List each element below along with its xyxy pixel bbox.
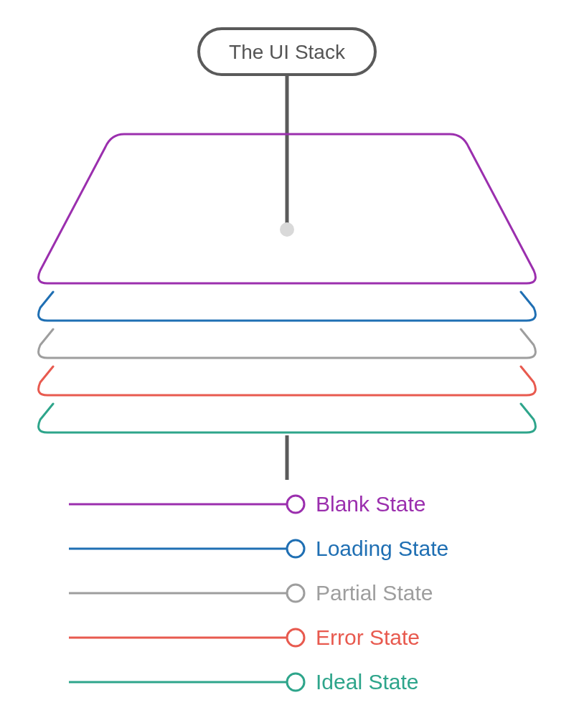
legend-marker-icon <box>287 673 304 691</box>
connector-top <box>280 75 294 237</box>
layer-error <box>39 367 536 395</box>
title-pill: The UI Stack <box>199 29 375 75</box>
legend-item-error: Error State <box>69 625 420 649</box>
legend-item-blank: Blank State <box>69 492 425 516</box>
ui-stack-diagram: The UI Stack Blank StateLoading StatePar… <box>0 0 574 728</box>
legend-label: Error State <box>316 625 420 649</box>
legend-label: Partial State <box>316 581 433 605</box>
legend-marker-icon <box>287 585 304 602</box>
svg-point-2 <box>280 222 294 237</box>
legend-label: Blank State <box>316 492 425 516</box>
layer-ideal <box>39 404 536 432</box>
legend-marker-icon <box>287 496 304 513</box>
legend-item-partial: Partial State <box>69 581 433 605</box>
layer-partial <box>39 329 536 358</box>
layer-loading <box>39 292 536 321</box>
legend-marker-icon <box>287 629 304 646</box>
legend-label: Ideal State <box>316 670 418 694</box>
legend-item-ideal: Ideal State <box>69 670 418 694</box>
diagram-title: The UI Stack <box>229 41 346 63</box>
legend: Blank StateLoading StatePartial StateErr… <box>69 492 448 694</box>
legend-marker-icon <box>287 540 304 557</box>
legend-label: Loading State <box>316 536 448 560</box>
legend-item-loading: Loading State <box>69 536 448 560</box>
